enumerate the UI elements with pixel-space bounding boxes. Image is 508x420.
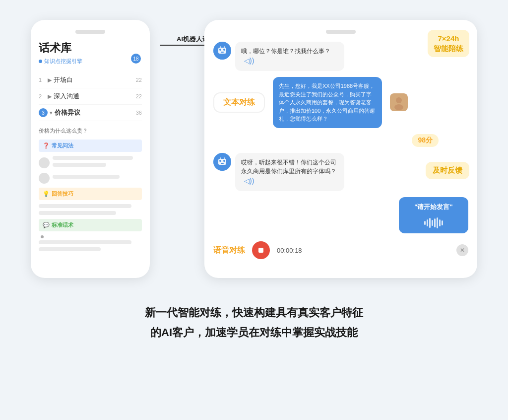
waveform-bar-4: [432, 220, 433, 226]
bottom-line-2: 的AI客户，加速学员在对练中掌握实战技能: [145, 323, 363, 343]
section-standard: 💬 标准话术: [39, 219, 142, 231]
svg-rect-4: [221, 52, 224, 53]
voice-bubble: "请开始发言": [399, 197, 468, 234]
svg-point-12: [219, 160, 221, 162]
voice-bubble-row: "请开始发言": [213, 197, 468, 234]
record-button[interactable]: [252, 241, 270, 259]
subtitle-dot: [39, 60, 42, 63]
human-avatar: [390, 93, 408, 111]
bullet-1: [41, 235, 44, 238]
menu-count-2: 22: [136, 93, 142, 99]
svg-point-3: [223, 49, 225, 51]
voice-prompt-text: "请开始发言": [414, 202, 452, 212]
arrow-line: [160, 45, 209, 46]
svg-rect-15: [220, 157, 221, 159]
section-label-2: 回答技巧: [52, 190, 73, 198]
subtitle-text: 知识点挖掘引擎: [44, 58, 82, 65]
menu-item-1[interactable]: 1 ▶ 开场白 22: [39, 72, 142, 88]
menu-count-1: 22: [136, 77, 142, 83]
section-common-questions: ❓ 常见问法: [39, 140, 142, 152]
menu-item-2[interactable]: 2 ▶ 深入沟通 22: [39, 88, 142, 105]
timer-display: 00:00:18: [277, 247, 302, 254]
section-icon-2: 💡: [43, 191, 50, 197]
svg-point-9: [394, 104, 403, 110]
voice-practice-label: 语音对练: [213, 245, 245, 256]
bottom-text: 新一代智能对练，快速构建具有真实客户特征 的AI客户，加速学员在对练中掌握实战技…: [145, 303, 363, 342]
skeleton-group-1: [53, 156, 142, 170]
menu-count-3: 36: [136, 110, 142, 116]
section-icon-3: 💬: [43, 222, 50, 228]
svg-rect-14: [221, 163, 224, 164]
skeleton-group-2: [53, 175, 142, 182]
score-row: 98分: [213, 134, 468, 147]
section-label-1: 常见问法: [52, 142, 73, 149]
menu-num-3: 3: [39, 108, 48, 117]
left-phone-subtitle: 知识点挖掘引擎: [39, 58, 142, 65]
waveform-bar-1: [424, 221, 426, 225]
skeleton-2: [53, 163, 106, 167]
badge-count: 18: [131, 54, 141, 64]
bubble-human-text: 先生，您好，我是XX公司1988号客服，最近您关注了我们的公众号，购买了字体个人…: [279, 83, 375, 122]
menu-arrow-1: ▶: [48, 77, 52, 83]
skeleton-1: [53, 156, 133, 160]
svg-rect-17: [258, 248, 263, 253]
float-247-line1: 7×24h: [434, 34, 463, 44]
avatar-1: [39, 157, 50, 168]
svg-rect-1: [218, 48, 226, 54]
waveform-bar-2: [427, 219, 428, 226]
skeleton-4: [39, 204, 131, 208]
svg-point-13: [223, 160, 225, 162]
svg-point-8: [396, 97, 402, 103]
bubble-human: 先生，您好，我是XX公司1988号客服，最近您关注了我们的公众号，购买了字体个人…: [273, 77, 382, 128]
svg-rect-6: [224, 46, 225, 48]
svg-rect-16: [224, 157, 225, 159]
avatar-2: [39, 173, 50, 184]
svg-rect-11: [218, 159, 226, 165]
menu-item-3[interactable]: 3 ▾ 价格异议 36: [39, 105, 142, 121]
phone-notch-right: [326, 30, 356, 34]
skeleton-6: [39, 240, 131, 244]
avatar-row-2: [39, 173, 142, 184]
section-label-3: 标准话术: [52, 221, 73, 229]
voice-controls-row: 语音对练 00:00:18 ✕: [213, 241, 468, 259]
menu-list: 1 ▶ 开场白 22 2 ▶ 深入沟通 22 3 ▾ 价格异议 36: [39, 72, 142, 121]
svg-rect-5: [220, 46, 221, 48]
avatar-row-1: [39, 156, 142, 170]
bottom-line-1: 新一代智能对练，快速构建具有真实客户特征: [145, 303, 363, 323]
arrow-area: [160, 45, 209, 46]
menu-label-1: 开场白: [54, 75, 73, 84]
top-section: 话术库 知识点挖掘引擎 18 1 ▶ 开场白 22 2 ▶ 深入沟通 22 3 …: [31, 20, 477, 278]
close-button[interactable]: ✕: [456, 244, 468, 256]
section-icon-1: ❓: [43, 142, 50, 149]
menu-arrow-2: ▶: [48, 93, 52, 100]
text-practice-label: 文本对练: [213, 92, 265, 113]
bubble-1: 哦，哪位？你是谁？找我什么事？ ◁)): [235, 42, 344, 71]
skeleton-7: [39, 247, 101, 251]
phone-notch-left: [75, 30, 105, 34]
robot-avatar-1: [213, 42, 231, 60]
connector: AI机器人话术对练: [165, 20, 190, 278]
menu-num-1: 1: [39, 77, 48, 83]
menu-arrow-3: ▾: [50, 110, 53, 116]
float-feedback-badge: 及时反馈: [426, 162, 469, 179]
voice-waveform: [424, 217, 443, 228]
section-answer-tips: 💡 回答技巧: [39, 188, 142, 200]
left-phone-title: 话术库: [39, 41, 142, 56]
float-247-badge: 7×24h 智能陪练: [428, 30, 469, 57]
waveform-bar-5: [434, 218, 436, 227]
sound-icon-2: ◁)): [244, 177, 254, 185]
robot-avatar-2: [213, 153, 231, 171]
right-phone: 7×24h 智能陪练 哦，哪位？你是: [204, 20, 477, 278]
waveform-bar-7: [439, 219, 441, 226]
svg-point-2: [219, 49, 221, 51]
bubble-1-text: 哦，哪位？你是谁？找我什么事？: [241, 48, 330, 55]
sound-icon-1: ◁)): [244, 57, 254, 65]
left-phone: 话术库 知识点挖掘引擎 18 1 ▶ 开场白 22 2 ▶ 深入沟通 22 3 …: [31, 20, 150, 278]
bubble-2-text: 哎呀，听起来很不错！你们这个公司永久商用是你们库里所有的字体吗？: [241, 159, 336, 175]
menu-label-3: 价格异议: [55, 108, 80, 117]
score-badge: 98分: [412, 134, 439, 147]
skeleton-5: [39, 211, 116, 215]
waveform-bar-3: [429, 218, 431, 228]
menu-num-2: 2: [39, 93, 48, 99]
waveform-bar-6: [437, 217, 438, 228]
